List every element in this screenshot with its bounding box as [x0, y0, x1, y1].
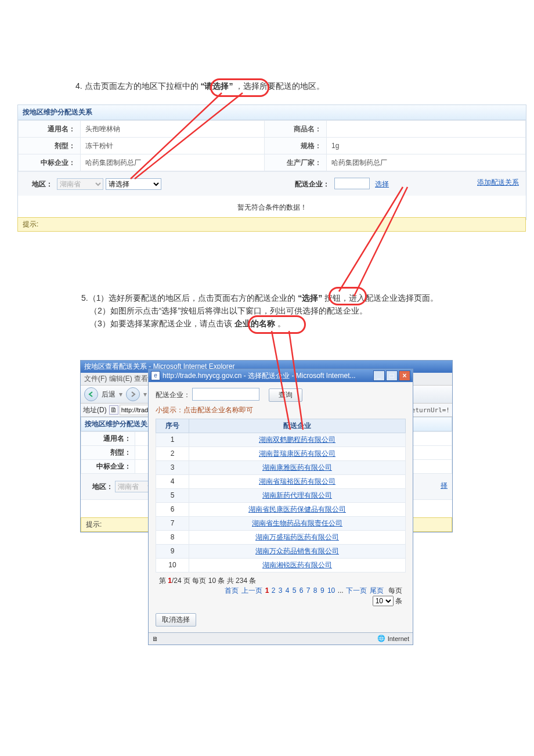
company-link[interactable]: 湖南普瑞康医药有限公司: [259, 449, 335, 458]
company-link[interactable]: 湖南康雅医药有限公司: [262, 463, 332, 471]
label-common-name: 通用名：: [19, 121, 81, 138]
table-row: 2湖南普瑞康医药有限公司: [156, 447, 406, 460]
popup-statusbar: 🗎 🌐 Internet: [149, 632, 413, 645]
pager: 第 1/24 页 每页 10 条 共 234 条 首页 上一页 1 2 3 4 …: [156, 573, 406, 610]
popup-title-text: http://trade.hnyycg.gov.cn - 选择配送企业 - Mi…: [163, 371, 356, 381]
company-link[interactable]: 湖南省瑞裕医药有限公司: [259, 477, 335, 485]
bg-label-common-name: 通用名：: [81, 432, 135, 446]
pager-last[interactable]: 尾页: [370, 586, 384, 595]
pager-first[interactable]: 首页: [225, 586, 239, 595]
table-row: 9湖南万众药品销售有限公司: [156, 544, 406, 558]
step4-highlight: “请选择”: [200, 81, 233, 91]
popup-search-input[interactable]: [192, 388, 259, 401]
pager-next[interactable]: 下一页: [346, 586, 367, 595]
label-region: 地区：: [25, 179, 53, 189]
popup-window: e http://trade.hnyycg.gov.cn - 选择配送企业 - …: [148, 369, 413, 645]
panel-title: 按地区维护分配送关系: [18, 105, 526, 120]
region-province-select: 湖南省: [57, 178, 103, 190]
globe-icon: 🌐: [377, 635, 385, 642]
popup-search-row: 配送企业： 查询: [156, 388, 406, 402]
pager-page[interactable]: 4: [286, 586, 290, 595]
value-common-name: 头孢唑林钠: [81, 121, 265, 138]
value-bid-company: 哈药集团制药总厂: [81, 154, 265, 171]
table-row: 5湖南新药代理有限公司: [156, 488, 406, 502]
company-link[interactable]: 湖南万众药品销售有限公司: [255, 547, 339, 555]
cancel-select-button[interactable]: 取消选择: [156, 613, 196, 627]
value-dosage-form: 冻干粉针: [81, 138, 265, 154]
back-label[interactable]: 后退: [102, 390, 116, 399]
table-row: 1湖南双鹤鹏程药有限公司: [156, 433, 406, 447]
bg-label-bid-company: 中标企业：: [81, 460, 135, 474]
pager-perpage-select[interactable]: 10: [373, 596, 394, 606]
company-link[interactable]: 湖南省生物药品有限责任公司: [252, 519, 342, 527]
table-row: 6湖南省民康医药保健品有限公司: [156, 502, 406, 516]
label-product-name: 商品名：: [265, 121, 327, 138]
company-link[interactable]: 湖南双鹤鹏程药有限公司: [259, 435, 335, 444]
dist-company-input[interactable]: [334, 178, 370, 189]
popup-titlebar[interactable]: e http://trade.hnyycg.gov.cn - 选择配送企业 - …: [149, 369, 413, 382]
label-spec: 规格：: [265, 138, 327, 154]
close-button[interactable]: ×: [399, 370, 410, 381]
pager-page[interactable]: 10: [327, 586, 335, 595]
col-header-index: 序号: [156, 419, 189, 433]
company-list-table: 序号 配送企业 1湖南双鹤鹏程药有限公司 2湖南普瑞康医药有限公司 3湖南康雅医…: [156, 419, 406, 573]
region-city-select[interactable]: 请选择: [106, 178, 161, 190]
pager-page[interactable]: 9: [320, 586, 324, 595]
step4-instruction: 4. 点击页面左方的地区下拉框中的 “请选择” ，选择所要配送的地区。: [75, 81, 324, 92]
pager-page[interactable]: 3: [279, 586, 283, 595]
table-row: 4湖南省瑞裕医药有限公司: [156, 474, 406, 488]
popup-body: 配送企业： 查询 小提示：点击配送企业名称即可 序号 配送企业 1湖南双鹤鹏程药…: [149, 382, 413, 632]
maximize-button[interactable]: □: [386, 370, 398, 381]
pager-page[interactable]: 2: [272, 586, 276, 595]
label-dosage-form: 剂型：: [19, 138, 81, 154]
bg-select-link-fragment[interactable]: 择: [441, 481, 448, 491]
step5-line2: （2）如图所示点击“选择”按钮后将弹出以下窗口，列出可供选择的配送企业。: [89, 304, 438, 317]
drug-info-table: 通用名： 头孢唑林钠 商品名： 剂型： 冻干粉针 规格： 1g 中标企业： 哈药…: [18, 120, 526, 171]
page-icon: 🗎: [109, 405, 118, 415]
table-row: 10湖南湘锐医药有限公司: [156, 558, 406, 572]
status-zone: Internet: [388, 635, 409, 642]
company-link[interactable]: 湖南省民康医药保健品有限公司: [248, 505, 346, 513]
popup-tip: 小提示：点击配送企业名称即可: [156, 405, 406, 415]
company-link[interactable]: 湖南湘锐医药有限公司: [262, 561, 332, 569]
add-relation-link[interactable]: 添加配送关系: [477, 178, 519, 188]
addr-label: 地址(D): [83, 405, 107, 415]
forward-icon[interactable]: [126, 387, 140, 401]
bg-tip-label: 提示:: [86, 520, 102, 528]
value-product-name: [327, 121, 526, 138]
value-manufacturer: 哈药集团制药总厂: [327, 154, 526, 171]
pager-page[interactable]: 7: [306, 586, 311, 595]
tip-label: 提示:: [23, 220, 38, 228]
table-row: 8湖南万盛瑞药医药有限公司: [156, 530, 406, 544]
minimize-button[interactable]: _: [373, 370, 385, 381]
company-link[interactable]: 湖南万盛瑞药医药有限公司: [255, 533, 339, 541]
bg-label-dosage-form: 剂型：: [81, 446, 135, 460]
status-page-icon: 🗎: [152, 635, 158, 642]
table-row: 3湖南康雅医药有限公司: [156, 460, 406, 474]
pager-page[interactable]: 8: [313, 586, 317, 595]
pager-page[interactable]: 5: [293, 586, 297, 595]
value-spec: 1g: [327, 138, 526, 154]
step5-line3: （3）如要选择某家配送企业，请点击该 企业的名称 。: [89, 317, 438, 330]
col-header-name: 配送企业: [189, 419, 406, 433]
pager-page[interactable]: 6: [300, 586, 304, 595]
region-row: 地区： 湖南省 请选择 配送企业： 选择 添加配送关系: [18, 171, 526, 196]
pager-prev[interactable]: 上一页: [241, 586, 262, 595]
step5-instruction: 5.（1）选好所要配送的地区后，点击页面右方的配送企业的 “选择” 按钮，进入配…: [81, 291, 438, 330]
maintain-panel: 按地区维护分配送关系 通用名： 头孢唑林钠 商品名： 剂型： 冻干粉针 规格： …: [17, 105, 526, 220]
select-company-link[interactable]: 选择: [375, 180, 389, 188]
popup-app-icon: e: [151, 371, 160, 380]
pager-page: 1: [265, 586, 269, 595]
table-row: 7湖南省生物药品有限责任公司: [156, 516, 406, 530]
step4-text-suffix: ，选择所要配送的地区。: [235, 81, 324, 91]
step4-text-prefix: 4. 点击页面左方的地区下拉框中的: [75, 81, 199, 91]
page: 4. 点击页面左方的地区下拉框中的 “请选择” ，选择所要配送的地区。 按地区维…: [0, 0, 534, 756]
back-icon[interactable]: [84, 387, 98, 401]
bg-label-region: 地区：: [85, 482, 113, 492]
popup-search-label: 配送企业：: [156, 391, 190, 399]
label-manufacturer: 生产厂家：: [265, 154, 327, 171]
label-bid-company: 中标企业：: [19, 154, 81, 171]
popup-search-button[interactable]: 查询: [269, 388, 302, 402]
company-link[interactable]: 湖南新药代理有限公司: [262, 491, 332, 499]
no-data-message: 暂无符合条件的数据！: [18, 196, 526, 219]
